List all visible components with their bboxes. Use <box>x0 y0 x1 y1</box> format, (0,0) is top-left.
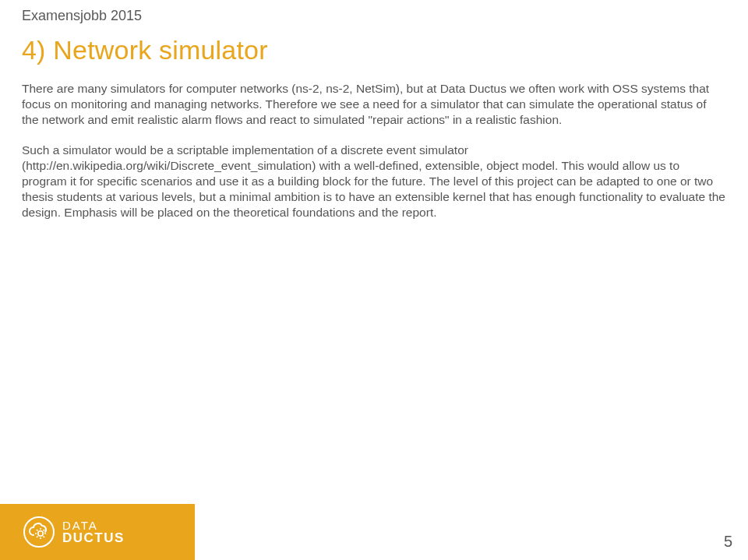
page-number: 5 <box>724 533 732 551</box>
logo-line-2: DUCTUS <box>62 531 125 544</box>
logo-line-1: DATA <box>62 519 125 531</box>
company-logo: DATA DUCTUS <box>23 516 125 548</box>
paragraph-2: Such a simulator would be a scriptable i… <box>22 143 726 220</box>
footer-bar: DATA DUCTUS <box>0 504 195 560</box>
svg-line-8 <box>44 530 45 531</box>
document-page: Examensjobb 2015 4) Network simulator Th… <box>0 0 748 560</box>
body-text: There are many simulators for computer n… <box>22 81 726 220</box>
logo-text: DATA DUCTUS <box>62 519 125 544</box>
page-header-label: Examensjobb 2015 <box>22 8 726 24</box>
svg-line-6 <box>37 530 38 531</box>
section-title: 4) Network simulator <box>22 35 726 65</box>
svg-point-1 <box>38 531 43 536</box>
cloud-gear-icon <box>23 516 55 548</box>
paragraph-1: There are many simulators for computer n… <box>22 81 726 127</box>
svg-line-9 <box>37 537 38 538</box>
svg-line-7 <box>44 537 45 538</box>
